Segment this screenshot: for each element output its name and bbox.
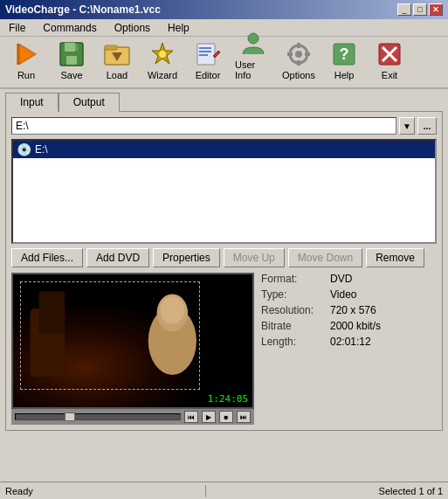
- exit-button[interactable]: Exit: [369, 37, 410, 84]
- userinfo-icon: [239, 30, 267, 58]
- run-label: Run: [17, 70, 35, 80]
- svg-rect-18: [297, 60, 300, 66]
- add-dvd-button[interactable]: Add DVD: [86, 248, 149, 267]
- format-value: DVD: [330, 273, 352, 285]
- maximize-button[interactable]: □: [413, 3, 427, 16]
- menu-help[interactable]: Help: [162, 20, 195, 36]
- svg-rect-5: [75, 44, 78, 51]
- type-value: Video: [330, 288, 356, 301]
- progress-bar[interactable]: [15, 413, 181, 420]
- tab-input[interactable]: Input: [5, 93, 59, 112]
- svg-rect-7: [105, 45, 117, 50]
- status-right: Selected 1 of 1: [379, 486, 443, 496]
- svg-rect-11: [199, 47, 211, 49]
- fastforward-button[interactable]: ⏭: [237, 411, 251, 423]
- svg-text:?: ?: [340, 45, 349, 63]
- load-icon: [103, 40, 131, 68]
- dvd-icon: 💿: [17, 142, 31, 156]
- minimize-button[interactable]: _: [397, 3, 411, 16]
- video-selection-box: [20, 281, 200, 390]
- path-dropdown-arrow[interactable]: ▼: [399, 117, 415, 135]
- load-button[interactable]: Load: [96, 37, 138, 84]
- svg-rect-13: [199, 54, 208, 56]
- info-row-format: Format: DVD: [261, 273, 437, 285]
- svg-rect-20: [305, 52, 310, 56]
- type-label: Type:: [261, 288, 327, 301]
- exit-icon: [376, 40, 403, 68]
- svg-rect-3: [65, 43, 75, 52]
- remove-button[interactable]: Remove: [366, 248, 424, 267]
- preview-area: 1:24:05 ⏮ ▶ ■ ⏭ Format: DVD: [11, 273, 437, 425]
- tab-bar: Input Output: [5, 93, 443, 112]
- file-item-name: E:\: [35, 143, 48, 156]
- close-button[interactable]: ✕: [429, 3, 443, 16]
- browse-button[interactable]: ...: [417, 117, 437, 135]
- editor-button[interactable]: Editor: [187, 37, 229, 84]
- action-buttons: Add Files... Add DVD Properties Move Up …: [11, 248, 437, 267]
- rewind-button[interactable]: ⏮: [184, 411, 198, 423]
- options-label: Options: [282, 70, 315, 80]
- move-up-button[interactable]: Move Up: [224, 248, 285, 267]
- length-label: Length:: [261, 336, 327, 348]
- format-label: Format:: [261, 273, 327, 285]
- info-panel: Format: DVD Type: Video Resolution: 720 …: [261, 273, 437, 425]
- video-timestamp: 1:24:05: [208, 393, 248, 405]
- save-button[interactable]: Save: [51, 37, 93, 84]
- editor-icon: [194, 40, 222, 68]
- move-down-button[interactable]: Move Down: [288, 248, 362, 267]
- path-dropdown[interactable]: E:\: [11, 117, 396, 135]
- title-bar: VideoCharge - C:\Noname1.vcc _ □ ✕: [0, 0, 448, 19]
- add-files-button[interactable]: Add Files...: [11, 248, 83, 267]
- svg-marker-1: [19, 44, 37, 65]
- progress-thumb[interactable]: [65, 412, 75, 421]
- properties-button[interactable]: Properties: [153, 248, 220, 267]
- status-divider: [205, 485, 206, 497]
- help-button[interactable]: ? Help: [323, 37, 365, 84]
- resolution-value: 720 x 576: [330, 304, 376, 316]
- video-preview: 1:24:05 ⏮ ▶ ■ ⏭: [11, 273, 254, 425]
- svg-point-16: [295, 51, 302, 58]
- window-controls: _ □ ✕: [397, 3, 443, 16]
- bitrate-value: 2000 kbit/s: [330, 320, 381, 332]
- info-row-type: Type: Video: [261, 288, 437, 301]
- run-button[interactable]: Run: [5, 37, 47, 84]
- info-row-bitrate: Bitrate 2000 kbit/s: [261, 320, 437, 332]
- bitrate-label: Bitrate: [261, 320, 327, 332]
- status-bar: Ready Selected 1 of 1: [0, 482, 448, 499]
- svg-rect-4: [66, 56, 77, 65]
- play-button[interactable]: ▶: [202, 411, 216, 423]
- list-item[interactable]: 💿 E:\: [13, 141, 435, 158]
- load-label: Load: [107, 70, 128, 80]
- options-button[interactable]: Options: [278, 37, 320, 84]
- svg-rect-12: [199, 51, 211, 52]
- input-panel: E:\ ▼ ... 💿 E:\ Add Files... Add DVD Pro…: [5, 111, 443, 431]
- menu-commands[interactable]: Commands: [38, 20, 101, 36]
- menu-bar: File Commands Options Help: [0, 19, 448, 37]
- wizard-button[interactable]: Wizard: [141, 37, 183, 84]
- path-row: E:\ ▼ ...: [11, 117, 437, 135]
- info-row-resolution: Resolution: 720 x 576: [261, 304, 437, 316]
- options-icon: [285, 40, 313, 68]
- menu-options[interactable]: Options: [109, 20, 155, 36]
- help-label: Help: [334, 70, 355, 80]
- userinfo-button[interactable]: User Info: [232, 26, 274, 84]
- svg-rect-19: [287, 52, 293, 56]
- main-content: Input Output E:\ ▼ ... 💿 E:\ Add Files..…: [0, 89, 448, 434]
- wizard-label: Wizard: [148, 70, 177, 80]
- status-left: Ready: [5, 486, 33, 496]
- stop-button[interactable]: ■: [219, 411, 233, 423]
- save-icon: [58, 40, 86, 68]
- menu-file[interactable]: File: [3, 20, 31, 36]
- svg-rect-17: [297, 43, 300, 48]
- toolbar: Run Save Load: [0, 37, 448, 89]
- svg-point-14: [248, 33, 258, 44]
- save-label: Save: [60, 70, 82, 80]
- editor-label: Editor: [196, 70, 221, 80]
- svg-point-9: [159, 51, 166, 58]
- length-value: 02:01:12: [330, 336, 371, 348]
- help-icon: ?: [330, 40, 358, 68]
- tab-output[interactable]: Output: [59, 93, 120, 112]
- video-frame: 1:24:05: [11, 273, 254, 409]
- file-list[interactable]: 💿 E:\: [11, 139, 437, 244]
- exit-label: Exit: [382, 70, 397, 80]
